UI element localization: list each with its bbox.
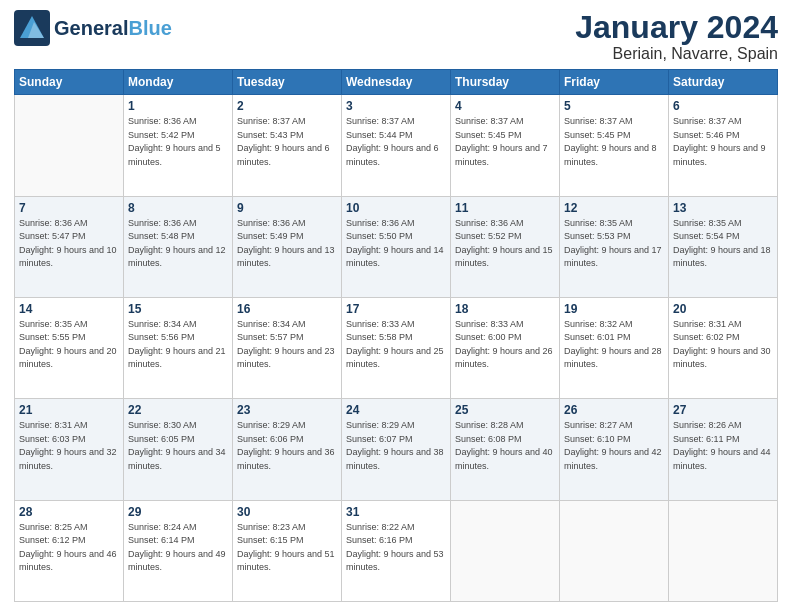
- day-number: 17: [346, 302, 446, 316]
- header: GeneralBlue January 2024 Beriain, Navarr…: [14, 10, 778, 63]
- header-sunday: Sunday: [15, 70, 124, 95]
- day-number: 25: [455, 403, 555, 417]
- day-number: 1: [128, 99, 228, 113]
- month-title: January 2024: [575, 10, 778, 45]
- day-number: 24: [346, 403, 446, 417]
- table-row: 24Sunrise: 8:29 AMSunset: 6:07 PMDayligh…: [342, 399, 451, 500]
- day-info: Sunrise: 8:36 AMSunset: 5:49 PMDaylight:…: [237, 217, 337, 271]
- day-info: Sunrise: 8:35 AMSunset: 5:53 PMDaylight:…: [564, 217, 664, 271]
- day-number: 7: [19, 201, 119, 215]
- table-row: 29Sunrise: 8:24 AMSunset: 6:14 PMDayligh…: [124, 500, 233, 601]
- table-row: 25Sunrise: 8:28 AMSunset: 6:08 PMDayligh…: [451, 399, 560, 500]
- table-row: 5Sunrise: 8:37 AMSunset: 5:45 PMDaylight…: [560, 95, 669, 196]
- day-number: 13: [673, 201, 773, 215]
- day-number: 18: [455, 302, 555, 316]
- day-number: 30: [237, 505, 337, 519]
- day-number: 2: [237, 99, 337, 113]
- day-info: Sunrise: 8:28 AMSunset: 6:08 PMDaylight:…: [455, 419, 555, 473]
- table-row: 14Sunrise: 8:35 AMSunset: 5:55 PMDayligh…: [15, 297, 124, 398]
- table-row: 31Sunrise: 8:22 AMSunset: 6:16 PMDayligh…: [342, 500, 451, 601]
- table-row: 1Sunrise: 8:36 AMSunset: 5:42 PMDaylight…: [124, 95, 233, 196]
- table-row: 26Sunrise: 8:27 AMSunset: 6:10 PMDayligh…: [560, 399, 669, 500]
- day-info: Sunrise: 8:37 AMSunset: 5:45 PMDaylight:…: [564, 115, 664, 169]
- day-number: 4: [455, 99, 555, 113]
- day-info: Sunrise: 8:36 AMSunset: 5:52 PMDaylight:…: [455, 217, 555, 271]
- header-thursday: Thursday: [451, 70, 560, 95]
- day-number: 14: [19, 302, 119, 316]
- calendar-week-row: 21Sunrise: 8:31 AMSunset: 6:03 PMDayligh…: [15, 399, 778, 500]
- table-row: 23Sunrise: 8:29 AMSunset: 6:06 PMDayligh…: [233, 399, 342, 500]
- table-row: [669, 500, 778, 601]
- day-number: 5: [564, 99, 664, 113]
- title-block: January 2024 Beriain, Navarre, Spain: [575, 10, 778, 63]
- table-row: 12Sunrise: 8:35 AMSunset: 5:53 PMDayligh…: [560, 196, 669, 297]
- calendar-week-row: 7Sunrise: 8:36 AMSunset: 5:47 PMDaylight…: [15, 196, 778, 297]
- day-number: 11: [455, 201, 555, 215]
- day-info: Sunrise: 8:34 AMSunset: 5:56 PMDaylight:…: [128, 318, 228, 372]
- day-info: Sunrise: 8:37 AMSunset: 5:44 PMDaylight:…: [346, 115, 446, 169]
- day-number: 15: [128, 302, 228, 316]
- table-row: 17Sunrise: 8:33 AMSunset: 5:58 PMDayligh…: [342, 297, 451, 398]
- table-row: 11Sunrise: 8:36 AMSunset: 5:52 PMDayligh…: [451, 196, 560, 297]
- day-number: 21: [19, 403, 119, 417]
- logo-icon: [14, 10, 50, 46]
- table-row: [451, 500, 560, 601]
- header-wednesday: Wednesday: [342, 70, 451, 95]
- calendar-week-row: 1Sunrise: 8:36 AMSunset: 5:42 PMDaylight…: [15, 95, 778, 196]
- day-info: Sunrise: 8:37 AMSunset: 5:43 PMDaylight:…: [237, 115, 337, 169]
- day-info: Sunrise: 8:33 AMSunset: 5:58 PMDaylight:…: [346, 318, 446, 372]
- table-row: 16Sunrise: 8:34 AMSunset: 5:57 PMDayligh…: [233, 297, 342, 398]
- day-info: Sunrise: 8:22 AMSunset: 6:16 PMDaylight:…: [346, 521, 446, 575]
- table-row: 22Sunrise: 8:30 AMSunset: 6:05 PMDayligh…: [124, 399, 233, 500]
- header-friday: Friday: [560, 70, 669, 95]
- header-tuesday: Tuesday: [233, 70, 342, 95]
- calendar-table: Sunday Monday Tuesday Wednesday Thursday…: [14, 69, 778, 602]
- day-number: 9: [237, 201, 337, 215]
- header-monday: Monday: [124, 70, 233, 95]
- day-number: 26: [564, 403, 664, 417]
- table-row: 28Sunrise: 8:25 AMSunset: 6:12 PMDayligh…: [15, 500, 124, 601]
- day-info: Sunrise: 8:36 AMSunset: 5:42 PMDaylight:…: [128, 115, 228, 169]
- day-number: 31: [346, 505, 446, 519]
- day-info: Sunrise: 8:37 AMSunset: 5:45 PMDaylight:…: [455, 115, 555, 169]
- day-number: 19: [564, 302, 664, 316]
- table-row: 27Sunrise: 8:26 AMSunset: 6:11 PMDayligh…: [669, 399, 778, 500]
- table-row: 19Sunrise: 8:32 AMSunset: 6:01 PMDayligh…: [560, 297, 669, 398]
- page: GeneralBlue January 2024 Beriain, Navarr…: [0, 0, 792, 612]
- logo-general: General: [54, 17, 128, 39]
- day-info: Sunrise: 8:23 AMSunset: 6:15 PMDaylight:…: [237, 521, 337, 575]
- table-row: 6Sunrise: 8:37 AMSunset: 5:46 PMDaylight…: [669, 95, 778, 196]
- day-info: Sunrise: 8:31 AMSunset: 6:03 PMDaylight:…: [19, 419, 119, 473]
- table-row: 21Sunrise: 8:31 AMSunset: 6:03 PMDayligh…: [15, 399, 124, 500]
- day-info: Sunrise: 8:24 AMSunset: 6:14 PMDaylight:…: [128, 521, 228, 575]
- weekday-header-row: Sunday Monday Tuesday Wednesday Thursday…: [15, 70, 778, 95]
- day-info: Sunrise: 8:29 AMSunset: 6:06 PMDaylight:…: [237, 419, 337, 473]
- day-info: Sunrise: 8:36 AMSunset: 5:47 PMDaylight:…: [19, 217, 119, 271]
- logo: GeneralBlue: [14, 10, 172, 46]
- day-number: 8: [128, 201, 228, 215]
- table-row: 20Sunrise: 8:31 AMSunset: 6:02 PMDayligh…: [669, 297, 778, 398]
- table-row: [560, 500, 669, 601]
- day-info: Sunrise: 8:31 AMSunset: 6:02 PMDaylight:…: [673, 318, 773, 372]
- day-number: 23: [237, 403, 337, 417]
- day-number: 27: [673, 403, 773, 417]
- day-info: Sunrise: 8:30 AMSunset: 6:05 PMDaylight:…: [128, 419, 228, 473]
- day-info: Sunrise: 8:29 AMSunset: 6:07 PMDaylight:…: [346, 419, 446, 473]
- table-row: 10Sunrise: 8:36 AMSunset: 5:50 PMDayligh…: [342, 196, 451, 297]
- day-info: Sunrise: 8:32 AMSunset: 6:01 PMDaylight:…: [564, 318, 664, 372]
- table-row: 2Sunrise: 8:37 AMSunset: 5:43 PMDaylight…: [233, 95, 342, 196]
- table-row: 7Sunrise: 8:36 AMSunset: 5:47 PMDaylight…: [15, 196, 124, 297]
- day-info: Sunrise: 8:35 AMSunset: 5:54 PMDaylight:…: [673, 217, 773, 271]
- day-info: Sunrise: 8:34 AMSunset: 5:57 PMDaylight:…: [237, 318, 337, 372]
- day-number: 28: [19, 505, 119, 519]
- day-info: Sunrise: 8:35 AMSunset: 5:55 PMDaylight:…: [19, 318, 119, 372]
- table-row: 9Sunrise: 8:36 AMSunset: 5:49 PMDaylight…: [233, 196, 342, 297]
- table-row: 8Sunrise: 8:36 AMSunset: 5:48 PMDaylight…: [124, 196, 233, 297]
- day-info: Sunrise: 8:26 AMSunset: 6:11 PMDaylight:…: [673, 419, 773, 473]
- table-row: 18Sunrise: 8:33 AMSunset: 6:00 PMDayligh…: [451, 297, 560, 398]
- day-number: 6: [673, 99, 773, 113]
- table-row: [15, 95, 124, 196]
- day-info: Sunrise: 8:36 AMSunset: 5:50 PMDaylight:…: [346, 217, 446, 271]
- table-row: 13Sunrise: 8:35 AMSunset: 5:54 PMDayligh…: [669, 196, 778, 297]
- day-info: Sunrise: 8:27 AMSunset: 6:10 PMDaylight:…: [564, 419, 664, 473]
